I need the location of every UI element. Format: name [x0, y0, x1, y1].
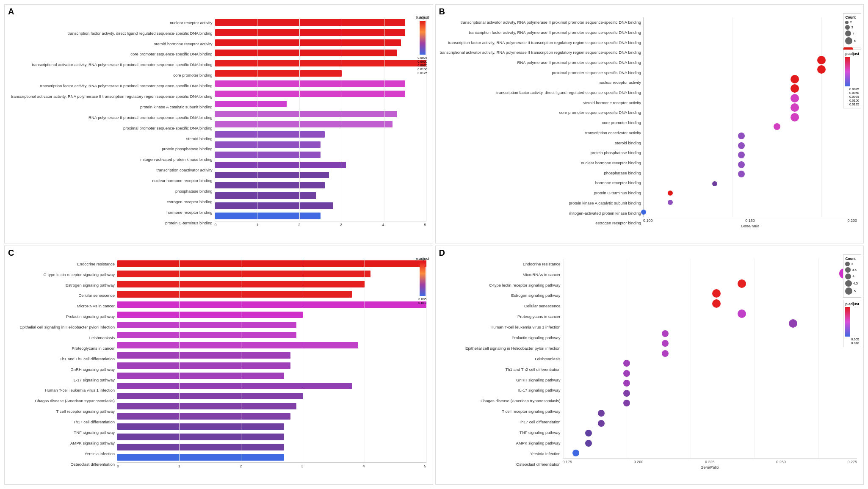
dot-y-label-item: Th17 cell differentiation: [440, 420, 561, 424]
dot-point: [791, 75, 799, 83]
dot-grid-line: [755, 259, 755, 458]
dot-point: [598, 410, 605, 417]
dot-point: [712, 181, 717, 186]
bars-and-xaxis-a: 012345: [215, 17, 426, 228]
dot-point: [598, 420, 605, 427]
dot-y-label-item: transcription coactivator activity: [440, 130, 641, 135]
legend-padj-c: p.adjust0.0050.010: [416, 257, 429, 305]
dot-point: [668, 191, 673, 196]
y-labels-b: transcriptional activator activity, RNA …: [440, 17, 644, 228]
dot-chart-d: Endocrine resistanceMicroRNAs in cancerC…: [438, 257, 862, 482]
y-label-item: C-type lectin receptor signaling pathway: [11, 272, 115, 277]
bar-row: [117, 401, 426, 412]
count-legend: Count2345: [843, 13, 861, 47]
y-label-item: steroid binding: [11, 136, 213, 141]
bar-row: [215, 150, 426, 160]
bar-row: [215, 201, 426, 211]
panel-b: B transcriptional activator activity, RN…: [435, 4, 864, 243]
y-label-item: Estrogen signaling pathway: [11, 283, 115, 287]
dot-point: [738, 142, 745, 149]
panel-d: D Endocrine resistanceMicroRNAs in cance…: [435, 246, 864, 485]
dot-point: [738, 152, 745, 158]
dot-y-label-item: core promoter binding: [440, 120, 641, 125]
bar: [215, 141, 321, 148]
dot-y-label-item: RNA polymerase II proximal promoter sequ…: [440, 60, 641, 65]
bar: [215, 182, 325, 188]
count-legend: Count33.544.55: [843, 254, 861, 298]
dot-y-label-item: estrogen receptor binding: [440, 221, 641, 225]
x-label-b: GeneRatio: [643, 224, 857, 228]
bar: [117, 260, 426, 267]
panel-a: A nuclear receptor activitytranscription…: [4, 4, 433, 243]
bar: [215, 60, 426, 66]
y-label-item: transcription factor activity, RNA polym…: [11, 83, 213, 88]
dot-y-label-item: hormone receptor binding: [440, 180, 641, 185]
bar: [117, 291, 352, 297]
dot-point: [738, 133, 745, 139]
y-label-item: Leishmaniasis: [11, 335, 115, 340]
x-tick: 4: [362, 464, 365, 468]
y-label-item: Human T-cell leukemia virus 1 infection: [11, 388, 115, 392]
dot-y-label-item: Endocrine resistance: [440, 262, 561, 266]
y-label-item: Th17 cell differentiation: [11, 420, 115, 424]
bar-row: [215, 170, 426, 180]
bar: [215, 91, 405, 97]
x-tick: 5: [424, 464, 426, 468]
bar: [117, 444, 284, 450]
dot-x-tick: 0.275: [847, 460, 857, 464]
legend-value: 0.0125: [417, 71, 427, 75]
dot-y-label-item: transcription factor activity, RNA polym…: [440, 30, 641, 35]
bar-row: [215, 38, 426, 48]
x-axis-b: 0.1000.1500.200: [643, 217, 857, 224]
bars-container-c: [117, 259, 426, 463]
panel-c: C Endocrine resistanceC-type lectin rece…: [4, 246, 433, 485]
dot-point: [623, 390, 630, 397]
y-label-item: Yersinia infection: [11, 451, 115, 456]
dot-y-label-item: nuclear receptor activity: [440, 80, 641, 85]
bar: [117, 312, 303, 318]
dot-x-tick: 0.200: [847, 218, 857, 223]
padj-legend: p.adjust0.0050.010: [843, 300, 861, 347]
y-labels-a: nuclear receptor activitytranscription f…: [11, 17, 215, 228]
dot-y-label-item: Chagas disease (American trypanosomiasis…: [440, 398, 561, 403]
dot-x-tick: 0.225: [705, 460, 715, 464]
x-tick: 1: [257, 223, 259, 227]
x-tick: 0: [117, 464, 119, 468]
dots-area-d: [563, 259, 857, 459]
y-label-item: nuclear hormone receptor binding: [11, 178, 213, 183]
y-label-item: TNF signaling pathway: [11, 430, 115, 435]
y-labels-d: Endocrine resistanceMicroRNAs in cancerC…: [440, 259, 563, 470]
y-label-item: Th1 and Th2 cell differentiation: [11, 356, 115, 361]
bar: [117, 423, 284, 430]
x-axis-d: 0.1750.2000.2250.2500.275: [563, 459, 857, 465]
bar-row: [215, 68, 426, 78]
panel-c-label: C: [8, 248, 14, 258]
bar-row: [117, 299, 426, 309]
bar: [117, 352, 290, 359]
panel-b-label: B: [439, 7, 445, 17]
bar-chart-a: nuclear receptor activitytranscription f…: [7, 15, 431, 241]
dot-chart-b: transcriptional activator activity, RNA …: [438, 15, 862, 241]
y-label-item: nuclear receptor activity: [11, 20, 213, 25]
y-label-item: transcriptional activator activity, RNA …: [11, 94, 213, 99]
y-label-item: T cell receptor signaling pathway: [11, 409, 115, 414]
dot-y-label-item: Leishmaniasis: [440, 356, 561, 361]
x-axis-c: 012345: [117, 463, 426, 470]
bar-row: [215, 191, 426, 201]
legend-value: 0.0100: [417, 67, 427, 71]
bar-row: [117, 360, 426, 370]
dot-y-label-item: Osteoclast differentiation: [440, 462, 561, 467]
y-label-item: Proteoglycans in cancer: [11, 346, 115, 351]
y-label-item: IL-17 signaling pathway: [11, 378, 115, 382]
padj-legend-value: 0.0075: [849, 95, 859, 99]
bar-row: [215, 180, 426, 191]
dot-y-label-item: proximal promoter sequence-specific DNA …: [440, 70, 641, 75]
legend-value: 0.0025: [417, 56, 427, 60]
bar-row: [117, 442, 426, 452]
dot-legends-d: Count33.544.55p.adjust0.0050.010: [843, 254, 861, 347]
dot-y-label-item: phosphatase binding: [440, 171, 641, 175]
y-label-item: protein phosphatase binding: [11, 146, 213, 151]
dot-x-tick: 0.175: [563, 460, 572, 464]
bar-row: [215, 211, 426, 221]
x-axis-a: 012345: [215, 221, 426, 228]
